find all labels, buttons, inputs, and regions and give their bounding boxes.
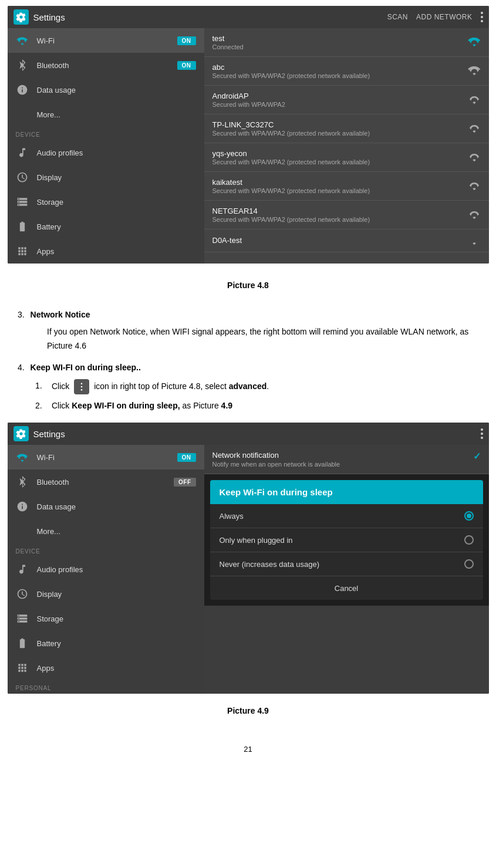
notification-subtitle: Notify me when an open network is availa… (212, 461, 468, 468)
network-test-name: test (212, 34, 468, 43)
data-usage-icon (16, 83, 29, 96)
network-abc[interactable]: abc Secured with WPA/WPA2 (protected net… (204, 57, 489, 86)
step2-bold: Keep WI-FI on during sleep, (72, 401, 180, 410)
dialog-option-never[interactable]: Never (increases data usage) (210, 552, 483, 576)
dialog-option-always[interactable]: Always (210, 504, 483, 528)
network-abc-info: abc Secured with WPA/WPA2 (protected net… (212, 63, 468, 79)
svg-point-1 (81, 386, 83, 387)
network-test-status: Connected (212, 43, 468, 50)
sidebar-item-display[interactable]: Display (8, 165, 204, 190)
settings-body-49: Wi-Fi ON Bluetooth OFF Dat (8, 445, 489, 694)
more-label: More... (37, 110, 196, 119)
sidebar-item-more[interactable]: More... (8, 102, 204, 127)
more-icon (16, 108, 29, 121)
network-tplink-wifi-icon (468, 123, 481, 134)
sidebar-item-audio-49[interactable]: Audio profiles (8, 557, 204, 582)
sidebar-item-wifi-49[interactable]: Wi-Fi ON (8, 445, 204, 470)
sidebar-item-data-usage-49[interactable]: Data usage (8, 494, 204, 519)
option-always-label: Always (220, 512, 458, 521)
apps-icon (16, 245, 29, 258)
network-netgear14-info: NETGEAR14 Secured with WPA/WPA2 (protect… (212, 207, 468, 223)
network-kaikatest-name: kaikatest (212, 178, 468, 187)
battery-label-49: Battery (37, 639, 196, 648)
settings-sidebar-49: Wi-Fi ON Bluetooth OFF Dat (8, 445, 204, 694)
option-always-radio[interactable] (464, 511, 474, 521)
step1-num: 1. (35, 379, 47, 392)
network-kaikatest-status: Secured with WPA/WPA2 (protected network… (212, 187, 468, 194)
wifi-label: Wi-Fi (37, 36, 169, 45)
network-androidap-name: AndroidAP (212, 92, 468, 100)
sidebar-item-more-49[interactable]: More... (8, 519, 204, 543)
network-kaikatest-info: kaikatest Secured with WPA/WPA2 (protect… (212, 178, 468, 194)
settings-title-49: Settings (33, 429, 476, 439)
apps-icon-49 (16, 661, 29, 674)
sidebar-item-storage[interactable]: Storage (8, 190, 204, 214)
sidebar-item-battery-49[interactable]: Battery (8, 631, 204, 656)
audio-icon-49 (16, 563, 29, 576)
network-notification-row[interactable]: Network notification Notify me when an o… (204, 445, 489, 474)
step1-content: Click icon in right top of Picture 4.8, … (52, 379, 478, 394)
network-list: test Connected abc Secured with WPA/WPA2… (204, 28, 489, 264)
network-androidap-wifi-icon (468, 94, 481, 105)
network-androidap-info: AndroidAP Secured with WPA/WPA2 (212, 92, 468, 108)
sidebar-item-apps-49[interactable]: Apps (8, 656, 204, 680)
network-tplink[interactable]: TP-LINK_3C327C Secured with WPA/WPA2 (pr… (204, 114, 489, 143)
step2-content: Click Keep WI-FI on during sleep, as Pic… (52, 399, 478, 412)
svg-point-0 (81, 383, 83, 384)
wifi-toggle-49[interactable]: ON (177, 453, 196, 462)
network-tplink-info: TP-LINK_3C327C Secured with WPA/WPA2 (pr… (212, 120, 468, 137)
display-label-49: Display (37, 590, 196, 599)
sidebar-item-wifi[interactable]: Wi-Fi ON (8, 28, 204, 53)
battery-label: Battery (37, 222, 196, 231)
sidebar-item-audio[interactable]: Audio profiles (8, 140, 204, 165)
sidebar-item-bluetooth[interactable]: Bluetooth ON (8, 53, 204, 77)
settings-title: Settings (33, 12, 383, 22)
network-netgear14[interactable]: NETGEAR14 Secured with WPA/WPA2 (protect… (204, 201, 489, 229)
wifi-icon (16, 34, 29, 47)
overflow-menu-button-49[interactable] (481, 428, 483, 439)
sidebar-item-bluetooth-49[interactable]: Bluetooth OFF (8, 470, 204, 494)
step-1: 1. Click icon in right top of Picture 4.… (35, 379, 478, 394)
apps-label: Apps (37, 247, 196, 256)
bluetooth-toggle-49[interactable]: OFF (174, 478, 196, 487)
display-label: Display (37, 173, 196, 182)
page-number: 21 (0, 738, 496, 761)
network-test[interactable]: test Connected (204, 28, 489, 57)
bluetooth-toggle[interactable]: ON (177, 61, 196, 70)
audio-icon (16, 146, 29, 159)
option-never-radio[interactable] (464, 559, 474, 569)
more-icon-49 (16, 525, 29, 538)
sidebar-item-battery[interactable]: Battery (8, 214, 204, 239)
sidebar-item-data-usage[interactable]: Data usage (8, 77, 204, 102)
add-network-button[interactable]: ADD NETWORK (416, 13, 473, 21)
sidebar-item-storage-49[interactable]: Storage (8, 606, 204, 631)
caption-48: Picture 4.8 (18, 273, 478, 302)
bluetooth-label-49: Bluetooth (37, 478, 166, 487)
dialog-option-plugged[interactable]: Only when plugged in (210, 528, 483, 552)
option-plugged-radio[interactable] (464, 535, 474, 545)
step1-highlight: advanced (229, 381, 267, 390)
overflow-menu-button[interactable] (481, 12, 483, 22)
dialog-cancel-button[interactable]: Cancel (210, 576, 483, 600)
network-test-wifi-icon (468, 37, 481, 48)
scan-button[interactable]: SCAN (387, 13, 408, 21)
personal-section-header-49: PERSONAL (8, 680, 204, 694)
keep-wifi-dialog: Keep Wi-Fi on during sleep Always Only w… (210, 480, 483, 600)
step1-text-after: icon in right top of Picture 4.8, select (94, 381, 229, 390)
sidebar-item-apps[interactable]: Apps (8, 239, 204, 264)
storage-icon (16, 195, 29, 208)
network-yqs-info: yqs-yecon Secured with WPA/WPA2 (protect… (212, 149, 468, 166)
step1-period: . (266, 381, 269, 390)
data-usage-label-49: Data usage (37, 502, 196, 511)
data-usage-label: Data usage (37, 86, 196, 94)
sidebar-item-display-49[interactable]: Display (8, 582, 204, 606)
storage-label: Storage (37, 198, 196, 207)
network-kaikatest[interactable]: kaikatest Secured with WPA/WPA2 (protect… (204, 172, 489, 201)
wifi-label-49: Wi-Fi (37, 453, 169, 462)
network-d0atest[interactable]: D0A-test (204, 229, 489, 252)
wifi-toggle[interactable]: ON (177, 36, 196, 45)
storage-icon-49 (16, 612, 29, 625)
network-yqs[interactable]: yqs-yecon Secured with WPA/WPA2 (protect… (204, 143, 489, 172)
network-androidap[interactable]: AndroidAP Secured with WPA/WPA2 (204, 86, 489, 114)
section3-body: If you open Network Notice, when WIFI si… (47, 325, 478, 353)
